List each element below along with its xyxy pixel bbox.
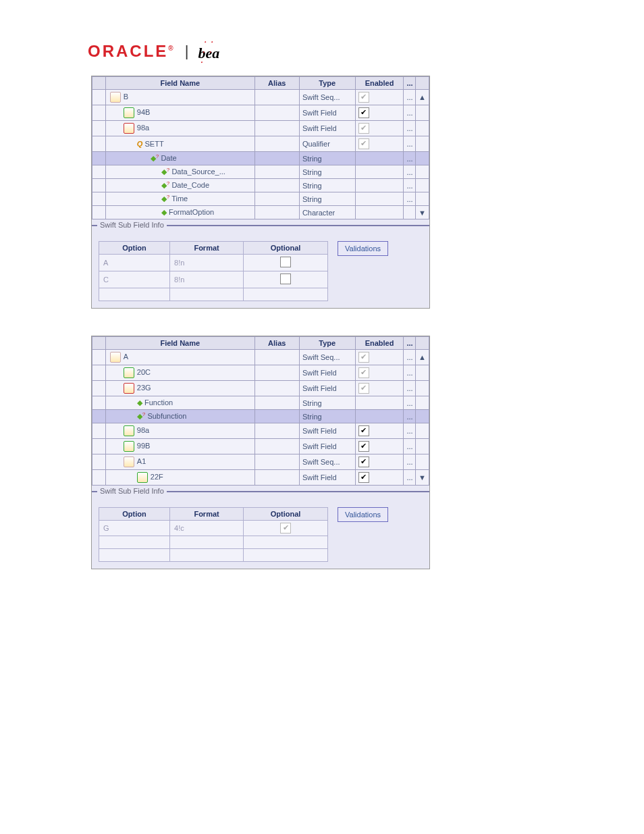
table-row[interactable]: 20CSwift Field✔... — [92, 365, 429, 381]
table-row[interactable]: ◆ DateString... — [92, 152, 429, 165]
field-name-cell[interactable]: Q SETT — [105, 136, 254, 152]
alias-cell[interactable] — [254, 454, 299, 470]
field-name-cell[interactable]: ◆ Data_Source_... — [105, 165, 254, 179]
col-option[interactable]: Option — [99, 242, 170, 255]
enabled-cell[interactable]: ✔ — [355, 454, 404, 470]
more-cell[interactable]: ... — [404, 165, 416, 179]
enabled-cell[interactable] — [355, 165, 404, 179]
enabled-cell[interactable]: ✔ — [355, 439, 404, 454]
scroll-track[interactable] — [416, 105, 429, 121]
field-name-cell[interactable]: 94B — [105, 105, 254, 121]
checkbox-icon[interactable]: ✔ — [358, 472, 369, 483]
more-cell[interactable]: ... — [404, 410, 416, 423]
table-row[interactable]: ◆ FormatOptionCharacter▼ — [92, 206, 429, 219]
alias-cell[interactable] — [254, 206, 299, 219]
row-select-cell[interactable] — [92, 121, 106, 136]
row-select-cell[interactable] — [92, 396, 106, 410]
col-format[interactable]: Format — [170, 508, 244, 521]
scroll-track[interactable] — [416, 136, 429, 152]
more-cell[interactable]: ... — [404, 423, 416, 439]
field-name-cell[interactable]: ◆ Date — [105, 152, 254, 165]
scroll-down-icon[interactable]: ▼ — [416, 470, 429, 486]
row-select-cell[interactable] — [92, 152, 106, 165]
scroll-up-icon[interactable]: ▲ — [416, 90, 429, 105]
alias-cell[interactable] — [254, 423, 299, 439]
col-enabled[interactable]: Enabled — [355, 337, 404, 350]
col-enabled[interactable]: Enabled — [355, 77, 404, 90]
enabled-cell[interactable]: ✔ — [355, 365, 404, 381]
enabled-cell[interactable]: ✔ — [355, 136, 404, 152]
checkbox-icon[interactable]: ✔ — [358, 92, 369, 103]
row-select-cell[interactable] — [92, 179, 106, 192]
optional-cell[interactable] — [244, 271, 328, 288]
col-alias[interactable]: Alias — [254, 77, 299, 90]
row-select-cell[interactable] — [92, 365, 106, 381]
more-cell[interactable]: ... — [404, 470, 416, 486]
enabled-cell[interactable] — [355, 179, 404, 192]
row-select-cell[interactable] — [92, 136, 106, 152]
row-select-cell[interactable] — [92, 206, 106, 219]
col-option[interactable]: Option — [99, 508, 170, 521]
optional-cell[interactable] — [244, 255, 328, 271]
table-row[interactable]: ◆ Data_Source_...String... — [92, 165, 429, 179]
list-item[interactable]: C8!n — [99, 271, 328, 288]
list-item[interactable]: A8!n — [99, 255, 328, 271]
enabled-cell[interactable]: ✔ — [355, 121, 404, 136]
field-name-cell[interactable]: ◆ Function — [105, 396, 254, 410]
col-optional[interactable]: Optional — [244, 242, 328, 255]
more-cell[interactable]: ... — [404, 90, 416, 105]
field-name-cell[interactable]: 20C — [105, 365, 254, 381]
alias-cell[interactable] — [254, 179, 299, 192]
col-format[interactable]: Format — [170, 242, 244, 255]
table-row[interactable]: Q SETTQualifier✔... — [92, 136, 429, 152]
field-name-cell[interactable]: ◆ Time — [105, 192, 254, 206]
more-cell[interactable]: ... — [404, 192, 416, 206]
row-select-cell[interactable] — [92, 192, 106, 206]
checkbox-icon[interactable]: ✔ — [358, 441, 369, 452]
table-row[interactable]: 98aSwift Field✔... — [92, 423, 429, 439]
alias-cell[interactable] — [254, 396, 299, 410]
scroll-track[interactable] — [416, 396, 429, 410]
col-type[interactable]: Type — [299, 77, 355, 90]
more-cell[interactable]: ... — [404, 105, 416, 121]
table-row[interactable]: ◆ TimeString... — [92, 192, 429, 206]
enabled-cell[interactable]: ✔ — [355, 381, 404, 396]
scroll-track[interactable] — [416, 179, 429, 192]
col-fieldname[interactable]: Field Name — [105, 77, 254, 90]
table-row[interactable]: 22FSwift Field✔...▼ — [92, 470, 429, 486]
checkbox-icon[interactable]: ✔ — [358, 352, 369, 363]
field-name-cell[interactable]: A — [105, 350, 254, 365]
checkbox-icon[interactable]: ✔ — [280, 523, 291, 533]
field-name-cell[interactable]: ◆ FormatOption — [105, 206, 254, 219]
col-alias[interactable]: Alias — [254, 337, 299, 350]
row-select-cell[interactable] — [92, 423, 106, 439]
scroll-track[interactable] — [416, 165, 429, 179]
more-cell[interactable]: ... — [404, 439, 416, 454]
sub-field-table-1[interactable]: Option Format Optional A8!nC8!n — [99, 241, 328, 301]
table-row[interactable]: BSwift Seq...✔...▲ — [92, 90, 429, 105]
col-optional[interactable]: Optional — [244, 508, 328, 521]
enabled-cell[interactable] — [355, 192, 404, 206]
more-cell[interactable]: ... — [404, 381, 416, 396]
checkbox-icon[interactable] — [280, 257, 291, 267]
col-type[interactable]: Type — [299, 337, 355, 350]
enabled-cell[interactable]: ✔ — [355, 423, 404, 439]
sub-field-table-2[interactable]: Option Format Optional G4!c✔ — [99, 507, 328, 562]
field-table-2[interactable]: Field Name Alias Type Enabled ... ASwift… — [92, 336, 429, 486]
checkbox-icon[interactable]: ✔ — [358, 383, 369, 394]
field-table-1[interactable]: Field Name Alias Type Enabled ... BSwift… — [92, 76, 429, 219]
more-cell[interactable]: ... — [404, 396, 416, 410]
scroll-track[interactable] — [416, 121, 429, 136]
scroll-track[interactable] — [416, 423, 429, 439]
enabled-cell[interactable]: ✔ — [355, 90, 404, 105]
scroll-track[interactable] — [416, 439, 429, 454]
row-select-cell[interactable] — [92, 105, 106, 121]
table-row[interactable]: 98aSwift Field✔... — [92, 121, 429, 136]
row-select-cell[interactable] — [92, 350, 106, 365]
validations-button[interactable]: Validations — [338, 507, 388, 522]
more-cell[interactable]: ... — [404, 365, 416, 381]
field-name-cell[interactable]: B — [105, 90, 254, 105]
enabled-cell[interactable]: ✔ — [355, 350, 404, 365]
scroll-track[interactable] — [416, 192, 429, 206]
field-name-cell[interactable]: ◆ Subfunction — [105, 410, 254, 423]
